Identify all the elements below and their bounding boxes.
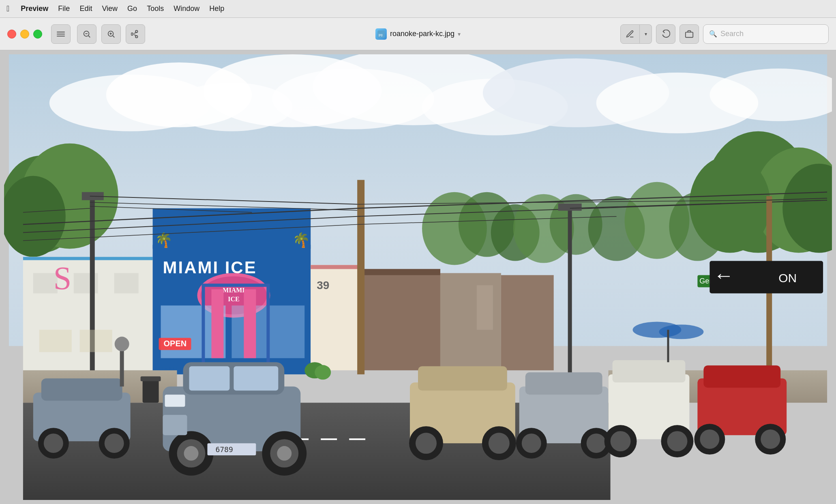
svg-rect-164: [477, 285, 493, 330]
markup-pen-icon: [626, 30, 635, 39]
app-name[interactable]: Preview: [21, 4, 48, 13]
markup-button[interactable]: [620, 24, 640, 44]
menu-view[interactable]: View: [102, 4, 118, 13]
photo-canvas: S 🌴 🌴 MIAMI ICE: [4, 54, 832, 500]
svg-rect-152: [141, 376, 161, 381]
svg-rect-54: [262, 214, 272, 249]
svg-point-161: [659, 324, 703, 339]
svg-rect-109: [189, 366, 230, 390]
share-icon: [131, 30, 140, 39]
svg-rect-118: [165, 395, 185, 407]
svg-rect-80: [357, 180, 364, 375]
traffic-lights: [7, 30, 42, 39]
toolbar: jpg roanoke-park-kc.jpg ▾ ▾: [0, 18, 836, 50]
svg-rect-75: [359, 269, 440, 275]
search-placeholder: Search: [720, 30, 744, 38]
svg-rect-73: [311, 265, 359, 269]
svg-point-132: [489, 433, 510, 454]
rotate-button[interactable]: [656, 24, 675, 44]
svg-rect-41: [114, 273, 139, 294]
briefcase-icon: [685, 30, 694, 39]
svg-rect-117: [163, 415, 187, 435]
svg-point-136: [522, 433, 541, 453]
menu-tools[interactable]: Tools: [147, 4, 164, 13]
svg-rect-68: [211, 289, 223, 358]
svg-rect-91: [568, 208, 572, 379]
menu-file[interactable]: File: [58, 4, 70, 13]
svg-text:jpg: jpg: [378, 33, 382, 36]
svg-point-36: [669, 192, 726, 261]
svg-rect-151: [143, 378, 159, 403]
svg-rect-134: [525, 372, 602, 395]
sidebar-toggle-icon: [57, 32, 65, 36]
svg-point-116: [277, 446, 292, 461]
svg-text:ON: ON: [778, 271, 797, 285]
svg-rect-9: [686, 32, 693, 37]
markup-group: ▾: [620, 24, 652, 44]
svg-rect-128: [418, 366, 507, 390]
search-box[interactable]: 🔍 Search: [703, 24, 829, 44]
svg-rect-47: [179, 219, 189, 249]
svg-text:OPEN: OPEN: [164, 339, 187, 348]
svg-rect-153: [120, 346, 124, 386]
svg-rect-53: [252, 219, 260, 249]
title-chevron-icon[interactable]: ▾: [458, 31, 461, 37]
svg-rect-55: [274, 223, 282, 249]
svg-point-138: [587, 433, 606, 453]
svg-text:6789: 6789: [215, 445, 233, 454]
svg-rect-38: [23, 257, 153, 260]
svg-point-154: [115, 337, 129, 351]
maximize-button[interactable]: [33, 30, 42, 39]
svg-point-130: [416, 433, 437, 454]
menu-window[interactable]: Window: [174, 4, 199, 13]
toolbar-right: ▾ 🔍 Search: [620, 24, 829, 44]
zoom-out-icon: [82, 30, 91, 39]
svg-rect-110: [234, 366, 278, 390]
svg-line-6: [113, 36, 114, 37]
filename-label: roanoke-park-kc.jpg: [390, 30, 454, 38]
menu-edit[interactable]: Edit: [79, 4, 92, 13]
svg-point-142: [700, 429, 719, 449]
svg-text:🌴: 🌴: [292, 232, 310, 249]
file-icon: jpg: [375, 28, 387, 40]
title-area: jpg roanoke-park-kc.jpg ▾: [375, 28, 461, 40]
svg-point-148: [611, 431, 631, 451]
menu-go[interactable]: Go: [127, 4, 137, 13]
search-icon: 🔍: [709, 30, 717, 38]
svg-text:←: ←: [714, 264, 734, 287]
svg-text:MIAMI: MIAMI: [223, 287, 244, 294]
zoom-out-button[interactable]: [77, 24, 96, 44]
zoom-in-button[interactable]: [101, 24, 121, 44]
main-content: S 🌴 🌴 MIAMI ICE: [0, 50, 836, 504]
svg-point-156: [315, 365, 331, 380]
markup-chevron-button[interactable]: ▾: [640, 24, 652, 44]
sidebar-toggle-button[interactable]: [51, 24, 71, 44]
svg-rect-92: [558, 204, 582, 211]
svg-rect-162: [667, 330, 669, 362]
svg-point-150: [667, 431, 687, 451]
tools-button[interactable]: [680, 24, 699, 44]
apple-menu[interactable]: : [6, 4, 9, 13]
svg-rect-69: [244, 289, 256, 358]
svg-text:ICE: ICE: [228, 296, 239, 302]
svg-rect-165: [39, 330, 72, 352]
svg-rect-166: [80, 330, 112, 352]
svg-point-144: [761, 429, 780, 449]
jpeg-icon: jpg: [377, 30, 385, 38]
svg-point-124: [44, 433, 63, 453]
svg-rect-163: [454, 281, 475, 330]
svg-line-2: [88, 36, 90, 37]
share-button[interactable]: [126, 24, 145, 44]
svg-rect-77: [501, 275, 554, 371]
rotate-icon: [661, 30, 670, 39]
svg-rect-51: [223, 217, 234, 249]
menu-help[interactable]: Help: [209, 4, 224, 13]
menubar:  Preview File Edit View Go Tools Window…: [0, 0, 836, 18]
svg-point-113: [184, 446, 199, 461]
minimize-button[interactable]: [20, 30, 29, 39]
close-button[interactable]: [7, 30, 16, 39]
svg-rect-56: [284, 217, 290, 249]
svg-point-126: [105, 433, 124, 453]
svg-rect-140: [703, 365, 780, 388]
svg-rect-122: [41, 378, 122, 401]
